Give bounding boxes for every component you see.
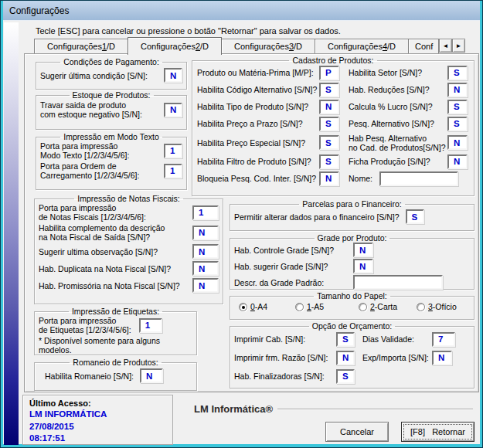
habilita-filtro-produto-input[interactable]: S <box>319 154 339 169</box>
group-estoque-produtos: Estoque de Produtos: Travar saida de pro… <box>36 91 187 130</box>
group-title: Condições de Pagamento: <box>60 58 162 66</box>
field-label: Exp/Importa [S/N]: <box>355 353 432 362</box>
field-label: Habilita complemento da descrição na Not… <box>39 223 165 242</box>
tab-bar: Configurações 1/D Configurações 2/D Conf… <box>34 37 465 53</box>
tab-label-suffix: /D <box>294 42 302 51</box>
left-gradient-strip <box>4 22 19 445</box>
tab-configuracoes-1d[interactable]: Configurações 1/D <box>34 39 128 53</box>
field-label: Habilita Tipo de Produto [S/N]? <box>197 102 319 111</box>
field-label: Habilita Preço Especial [S/N]? <box>197 138 319 148</box>
instruction-text: Tecle [ESC] para cancelar ou pressione o… <box>36 26 341 36</box>
ficha-producao-input[interactable]: N <box>447 154 468 169</box>
last-access-date: 27/08/2015 <box>29 421 172 433</box>
tab-scroll-left-button[interactable]: ◄ <box>439 39 452 53</box>
field-label: Bloqueia Pesq. Cod. Inter. [S/N]? <box>197 174 319 183</box>
field-label: Sugerir última condição [S/N]: <box>40 71 148 80</box>
window-title: Configurações <box>3 5 69 16</box>
group-title: Tamanho do Papel: <box>314 292 389 300</box>
radio-icon <box>359 303 367 311</box>
sugerir-ultima-observacao-input[interactable]: N <box>192 244 219 259</box>
imprimir-frm-razao-input[interactable]: N <box>336 351 355 365</box>
habilita-preco-especial-input[interactable]: S <box>319 135 339 150</box>
field-label: Porta para Ordem de Carregamento [1/2/3/… <box>40 161 139 180</box>
group-cadastro-produtos: Cadastro de Produtos: Produto ou Matéria… <box>192 56 474 196</box>
field-label: Travar saida de produto com estoque nega… <box>40 100 142 119</box>
porta-modo-texto-input[interactable]: 1 <box>164 144 182 158</box>
group-grade-por-produto: Grade por Produto: Hab. Controle Grade [… <box>230 234 474 290</box>
hab-finalizadoras-input[interactable]: S <box>336 369 355 384</box>
group-title: Romaneio de Produtos: <box>70 358 161 366</box>
radio-2-carta[interactable]: 2-Carta <box>359 302 417 311</box>
promissoria-nota-fiscal-input[interactable]: N <box>192 278 219 293</box>
dialog-body: Tecle [ESC] para cancelar ou pressione o… <box>3 22 480 444</box>
cancel-button[interactable]: Cancelar <box>325 422 389 442</box>
last-access-company: LM INFORMÁTICA <box>29 409 172 421</box>
field-label: Calcula % Lucro [S/N]? <box>339 102 447 111</box>
radio-0-a4[interactable]: 0-A4 <box>239 302 295 311</box>
tab-scroll-right-button[interactable]: ► <box>452 39 465 53</box>
porta-ordem-carregamento-input[interactable]: 1 <box>164 164 182 178</box>
habilita-setor-input[interactable]: S <box>447 66 468 80</box>
group-impressao-modo-texto: Impressão em Modo Texto Porta para impre… <box>36 133 187 190</box>
field-label: Hab. sugerir Grade [S/N]? <box>234 262 353 271</box>
duplicata-nota-fiscal-input[interactable]: N <box>192 261 219 276</box>
habilita-preco-prazo-input[interactable]: S <box>319 117 339 131</box>
group-impressao-notas-fiscais: Impressão de Notas Fiscais: Porta para i… <box>34 195 223 304</box>
field-label: Dias Validade: <box>355 334 432 344</box>
field-label: Descr. da Grade Padrão: <box>234 278 353 287</box>
field-label: Pesq. Alternativo [S/N]? <box>339 119 447 128</box>
pesq-alternativo-input[interactable]: S <box>447 117 468 131</box>
exp-importa-input[interactable]: N <box>432 351 452 365</box>
produto-materia-prima-input[interactable]: P <box>319 66 339 80</box>
group-title: Parcelas para o Financeiro: <box>299 200 404 208</box>
field-label: Hab. Reduções [S/N]? <box>339 85 447 94</box>
habilita-romaneio-input[interactable]: N <box>140 368 163 383</box>
field-label: Habilita Setor [S/N]? <box>339 68 447 77</box>
field-label: Habilita Romaneio [S/N]: <box>45 372 134 381</box>
group-opcao-orcamento: Opção de Orçamento: Imprimir Cab. [S/N]:… <box>230 322 474 389</box>
radio-label: -Ofício <box>433 302 457 311</box>
etiquetas-note: * Disponível somente para alguns modelos… <box>39 336 192 355</box>
field-label: Hab Pesq. Alternativo no Cad. de Produto… <box>339 134 447 152</box>
porta-notas-fiscais-input[interactable]: 1 <box>192 205 219 220</box>
radio-3-oficio[interactable]: 3-Ofício <box>417 302 457 311</box>
hab-pesq-alternativo-cad-input[interactable]: N <box>447 135 468 150</box>
descr-grade-padrao-input[interactable] <box>353 275 443 290</box>
travar-estoque-negativo-input[interactable]: N <box>164 103 182 117</box>
tab-label-suffix: /D <box>387 42 396 51</box>
titlebar[interactable]: Configurações <box>3 1 480 21</box>
dias-validade-input[interactable]: 7 <box>432 332 455 347</box>
field-label: Sugerir ultima observação [S/N]? <box>39 247 158 256</box>
nome-input[interactable] <box>379 171 458 186</box>
radio-1-a5[interactable]: 1-A5 <box>295 302 359 311</box>
tab-label-suffix: /D <box>107 42 115 51</box>
radio-label: -Carta <box>375 302 397 311</box>
calcula-lucro-input[interactable]: S <box>447 100 468 114</box>
bloqueia-pesq-cod-inter-input[interactable]: N <box>319 171 339 186</box>
return-button[interactable]: [F8] Retornar <box>401 422 474 442</box>
tab-configuracoes-3d[interactable]: Configurações 3/D <box>221 39 315 53</box>
habilita-codigo-alternativo-input[interactable]: S <box>319 83 339 97</box>
hab-reducoes-input[interactable]: N <box>447 83 468 97</box>
hab-controle-grade-input[interactable]: N <box>353 243 373 257</box>
porta-etiquetas-input[interactable]: 1 <box>139 318 162 333</box>
field-label: Ficha Produção [S/N]? <box>339 157 447 166</box>
group-title: Impressão em Modo Texto <box>60 133 162 141</box>
habilita-tipo-produto-input[interactable]: N <box>319 100 339 114</box>
tab-label: Configurações <box>141 42 196 51</box>
tab-configuracoes-2d[interactable]: Configurações 2/D <box>128 37 222 55</box>
group-impressao-etiquetas: Impressão de Etiquetas: Porta para impre… <box>34 307 197 355</box>
group-title: Estoque de Produtos: <box>70 91 154 99</box>
hab-sugerir-grade-input[interactable]: N <box>353 259 373 273</box>
last-access-title: Último Acesso: <box>29 398 172 409</box>
imprimir-cab-input[interactable]: S <box>336 332 355 347</box>
tab-configuracoes-5-partial[interactable]: Conf <box>408 39 439 53</box>
group-title: Grade por Produto: <box>315 234 390 242</box>
permitir-alterar-financeiro-input[interactable]: S <box>406 209 424 224</box>
sugerir-ultima-condicao-input[interactable]: N <box>164 68 182 83</box>
right-arrow-icon: ► <box>456 42 462 49</box>
complemento-descricao-input[interactable]: N <box>192 226 219 240</box>
tab-configuracoes-4d[interactable]: Configurações 4/D <box>315 39 409 53</box>
field-label: Hab. Controle Grade [S/N]? <box>234 246 353 255</box>
field-label: Hab. Duplicata na Nota Fiscal [S/N]? <box>39 264 171 273</box>
